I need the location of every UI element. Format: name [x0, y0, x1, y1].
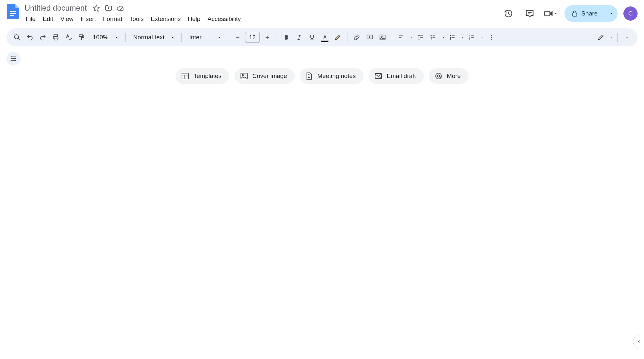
suggestion-chips: Templates Cover image Meeting notes Emai… — [0, 68, 644, 84]
docs-logo[interactable] — [5, 3, 21, 20]
font-selector[interactable]: Inter — [185, 34, 225, 41]
svg-point-28 — [436, 73, 441, 79]
redo-icon[interactable] — [37, 31, 49, 44]
svg-rect-24 — [182, 73, 188, 79]
bullet-list-icon[interactable] — [447, 31, 459, 44]
toolbar-container: 100% Normal text Inter — [0, 27, 644, 46]
menu-format[interactable]: Format — [100, 14, 126, 24]
print-icon[interactable] — [50, 31, 62, 44]
video-call-button[interactable] — [543, 6, 559, 21]
separator — [125, 33, 126, 42]
avatar-letter: C — [628, 10, 633, 17]
separator — [228, 33, 228, 42]
account-avatar[interactable]: C — [623, 6, 638, 21]
bold-icon[interactable] — [280, 31, 292, 44]
numbered-list-icon[interactable]: 123 — [466, 31, 478, 44]
chip-meeting-notes[interactable]: Meeting notes — [300, 68, 363, 84]
side-panel-toggle[interactable] — [633, 334, 644, 349]
toolbar: 100% Normal text Inter — [6, 28, 638, 46]
checklist-dropdown[interactable] — [440, 35, 446, 39]
separator — [347, 33, 347, 42]
share-dropdown[interactable] — [605, 5, 618, 22]
increase-fontsize-icon[interactable] — [261, 31, 273, 44]
svg-point-26 — [242, 74, 243, 76]
menu-help[interactable]: Help — [185, 14, 204, 24]
svg-point-23 — [11, 60, 12, 61]
menu-accessibility[interactable]: Accessibility — [204, 14, 244, 24]
image-icon — [240, 73, 248, 80]
menu-bar: File Edit View Insert Format Tools Exten… — [23, 14, 501, 24]
chip-more[interactable]: More — [429, 68, 469, 84]
font-size-input[interactable] — [245, 32, 260, 43]
chip-cover-image[interactable]: Cover image — [234, 68, 295, 84]
font-size-control — [232, 31, 273, 44]
editing-mode-icon[interactable] — [595, 31, 608, 44]
italic-icon[interactable] — [293, 31, 305, 44]
email-icon — [374, 73, 382, 79]
history-icon[interactable] — [501, 6, 516, 21]
svg-point-11 — [381, 36, 382, 37]
svg-rect-4 — [573, 13, 577, 16]
star-icon[interactable] — [92, 4, 101, 13]
move-folder-icon[interactable] — [104, 4, 113, 13]
underline-icon[interactable] — [306, 31, 318, 44]
insert-link-icon[interactable] — [351, 31, 363, 44]
svg-point-13 — [450, 37, 451, 38]
line-spacing-icon[interactable] — [415, 31, 427, 44]
share-main[interactable]: Share — [564, 5, 605, 22]
separator — [392, 33, 392, 42]
svg-point-20 — [491, 39, 492, 40]
chevron-down-icon — [114, 35, 119, 40]
paragraph-style-selector[interactable]: Normal text — [129, 34, 178, 41]
font-value: Inter — [189, 34, 202, 41]
spellcheck-icon[interactable] — [62, 31, 75, 44]
svg-point-21 — [11, 57, 12, 57]
document-title[interactable]: Untitled document — [23, 3, 89, 13]
comment-icon[interactable] — [522, 6, 537, 21]
lock-icon — [572, 10, 578, 17]
svg-point-18 — [491, 35, 492, 36]
zoom-value: 100% — [93, 34, 109, 41]
bullet-dropdown[interactable] — [460, 35, 466, 39]
svg-text:3: 3 — [469, 38, 470, 40]
chip-label: More — [447, 73, 461, 80]
header-right: Share C — [501, 3, 638, 22]
menu-insert[interactable]: Insert — [77, 14, 99, 24]
title-area: Untitled document File Edit View Insert … — [23, 3, 501, 24]
numbered-dropdown[interactable] — [479, 35, 485, 39]
title-row: Untitled document — [23, 3, 501, 13]
chip-email-draft[interactable]: Email draft — [369, 68, 424, 84]
editing-mode-dropdown[interactable] — [608, 35, 614, 39]
search-icon[interactable] — [11, 31, 23, 44]
insert-image-icon[interactable] — [376, 31, 389, 44]
chip-templates[interactable]: Templates — [175, 68, 229, 84]
menu-file[interactable]: File — [23, 14, 39, 24]
text-color-icon[interactable] — [319, 31, 331, 44]
menu-extensions[interactable]: Extensions — [147, 14, 184, 24]
chip-label: Email draft — [387, 73, 416, 80]
document-area: Templates Cover image Meeting notes Emai… — [0, 46, 644, 84]
svg-rect-10 — [380, 35, 385, 40]
more-options-icon[interactable] — [486, 31, 498, 44]
svg-point-12 — [450, 35, 451, 36]
align-icon[interactable] — [395, 31, 408, 44]
align-dropdown[interactable] — [408, 35, 414, 39]
svg-rect-1 — [10, 13, 16, 14]
menu-edit[interactable]: Edit — [40, 14, 57, 24]
collapse-toolbar-icon[interactable] — [621, 31, 633, 44]
zoom-selector[interactable]: 100% — [88, 34, 122, 41]
highlight-icon[interactable] — [332, 31, 344, 44]
separator — [617, 33, 618, 42]
menu-tools[interactable]: Tools — [126, 14, 147, 24]
checklist-icon[interactable] — [428, 31, 440, 44]
svg-point-14 — [450, 39, 451, 40]
paint-format-icon[interactable] — [75, 31, 88, 44]
chip-label: Templates — [194, 73, 222, 80]
cloud-status-icon[interactable] — [116, 4, 125, 13]
menu-view[interactable]: View — [57, 14, 77, 24]
add-comment-icon[interactable] — [364, 31, 376, 44]
undo-icon[interactable] — [24, 31, 36, 44]
decrease-fontsize-icon[interactable] — [232, 31, 244, 44]
outline-toggle-icon[interactable] — [6, 52, 21, 66]
share-label: Share — [581, 10, 598, 17]
